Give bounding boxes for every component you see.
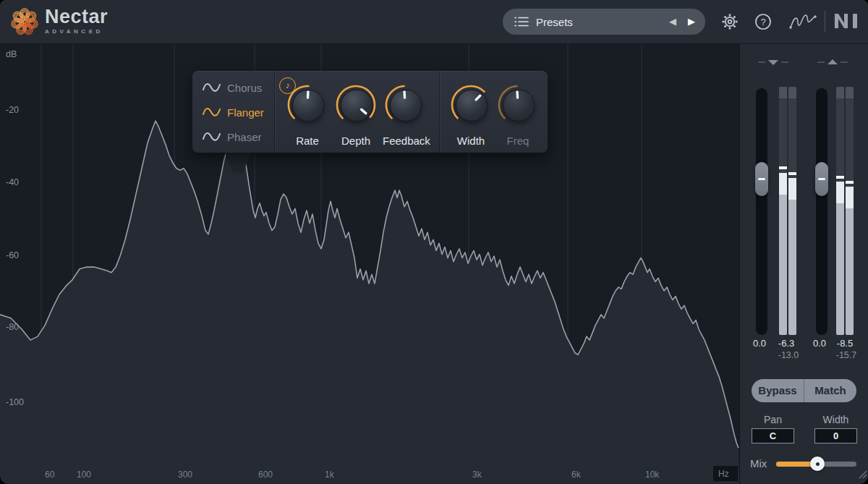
svg-text:60: 60 — [45, 470, 55, 480]
module-mode-list: ChorusFlangerPhaser — [192, 75, 275, 149]
input-gain-fader[interactable] — [756, 88, 767, 335]
output-peak-readout: -8.5 — [832, 338, 858, 349]
sine-wave-icon — [203, 81, 221, 94]
svg-text:10k: 10k — [645, 470, 660, 480]
bypass-button[interactable]: Bypass — [752, 379, 804, 402]
meters-sidebar: 0.0 -6.3 -13.0 0.0 -8.5 -15.7 Bypass Mat… — [739, 43, 868, 484]
panel-divider — [440, 71, 441, 153]
preset-list-icon — [514, 16, 529, 27]
svg-text:6k: 6k — [571, 470, 582, 480]
panel-divider — [275, 71, 276, 153]
module-tab-label: Chorus — [227, 82, 262, 94]
output-meter-right — [846, 87, 854, 335]
knob-rate[interactable]: Rate — [285, 82, 330, 152]
module-tab-phaser[interactable]: Phaser — [192, 124, 275, 149]
input-peak-readout: -6.3 — [773, 338, 800, 349]
fader-thumb[interactable] — [815, 162, 828, 196]
sine-wave-icon — [203, 130, 221, 143]
knob-width[interactable]: Width — [448, 82, 493, 152]
svg-text:3k: 3k — [472, 470, 482, 480]
knob-feedback[interactable]: Feedback — [383, 82, 427, 152]
pan-field[interactable]: C — [752, 428, 794, 443]
brand-name: Nectar — [45, 7, 108, 27]
help-icon[interactable]: ? — [754, 13, 772, 30]
module-tab-chorus[interactable]: Chorus — [192, 75, 275, 100]
knob-label: Width — [448, 135, 493, 147]
svg-text:?: ? — [760, 17, 765, 27]
native-instruments-logo-icon — [833, 13, 859, 29]
input-rms-readout: -13.0 — [773, 350, 804, 360]
mix-label: Mix — [750, 457, 767, 470]
knob-freq[interactable]: Freq — [495, 82, 540, 152]
module-tab-flanger[interactable]: Flanger — [192, 100, 275, 124]
settings-gear-icon[interactable] — [721, 13, 739, 30]
input-gain-readout: 0.0 — [746, 338, 773, 349]
svg-text:-60: -60 — [6, 250, 19, 260]
output-meter-left — [836, 87, 844, 335]
knob-label: Freq — [495, 135, 540, 147]
svg-text:600: 600 — [258, 470, 273, 480]
output-rms-readout: -15.7 — [830, 350, 862, 360]
output-gain-readout: 0.0 — [807, 338, 833, 349]
sine-wave-icon — [203, 106, 221, 119]
svg-text:Hz: Hz — [718, 469, 729, 479]
presets-dropdown[interactable]: Presets ◀ ▶ — [503, 9, 705, 35]
knob-label: Rate — [285, 135, 330, 147]
knob-label: Depth — [333, 135, 378, 147]
svg-text:1k: 1k — [325, 470, 335, 480]
module-tab-label: Phaser — [227, 131, 262, 143]
input-meter-left — [779, 87, 787, 335]
knob-depth[interactable]: Depth — [333, 82, 378, 152]
nectar-logo-icon — [9, 6, 41, 38]
resize-handle-icon[interactable] — [857, 469, 867, 479]
output-gain-icon[interactable] — [817, 58, 848, 67]
svg-text:100: 100 — [77, 470, 91, 480]
width-label: Width — [814, 414, 857, 425]
topbar-divider — [825, 11, 825, 33]
svg-text:dB: dB — [6, 49, 17, 59]
pan-label: Pan — [752, 414, 794, 425]
input-meter-right — [788, 87, 796, 335]
svg-text:-40: -40 — [6, 177, 19, 187]
bypass-match-group: Bypass Match — [752, 379, 856, 402]
knob-label: Feedback — [383, 135, 427, 147]
flanger-module-panel: ChorusFlangerPhaser ♪ RateDepthFeedbackW… — [192, 71, 548, 153]
preset-next-button[interactable]: ▶ — [682, 9, 701, 35]
preset-prev-button[interactable]: ◀ — [663, 9, 682, 35]
svg-text:300: 300 — [178, 470, 192, 480]
presets-label: Presets — [536, 16, 663, 28]
match-button[interactable]: Match — [804, 379, 856, 402]
output-gain-fader[interactable] — [816, 88, 827, 335]
input-gain-icon[interactable] — [757, 58, 789, 67]
svg-text:-20: -20 — [6, 105, 19, 115]
svg-text:-100: -100 — [6, 397, 24, 407]
mix-slider-thumb[interactable] — [810, 457, 825, 471]
topbar: Nectar ADVANCED Presets ◀ ▶ — [0, 0, 868, 44]
brand: Nectar ADVANCED — [45, 7, 108, 35]
fader-thumb[interactable] — [755, 162, 768, 196]
brand-subtitle: ADVANCED — [45, 28, 108, 35]
width-field[interactable]: 0 — [814, 428, 857, 443]
izotope-logo-icon[interactable] — [788, 12, 817, 32]
nectar-plugin-window: Nectar ADVANCED Presets ◀ ▶ — [0, 0, 868, 484]
svg-text:-80: -80 — [6, 322, 19, 332]
module-tab-label: Flanger — [227, 106, 264, 119]
